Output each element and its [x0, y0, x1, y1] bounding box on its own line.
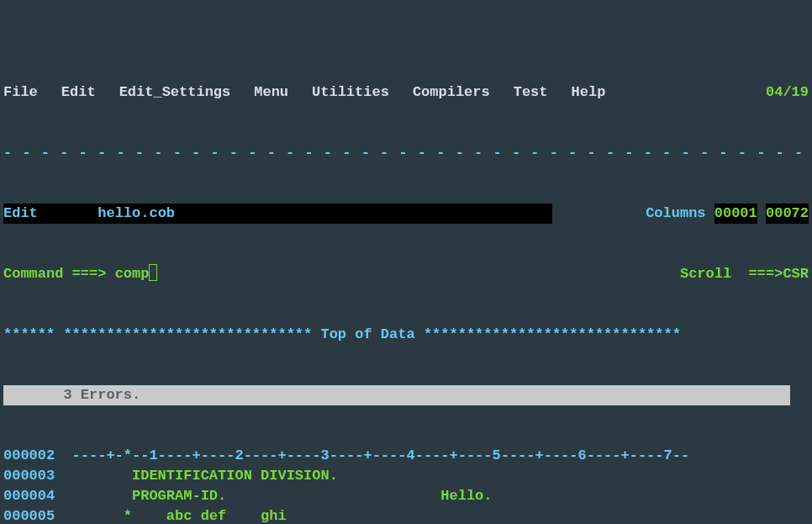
scroll-label: Scroll ===>	[680, 264, 783, 284]
menu-bar: File Edit Edit_Settings Menu Utilities C…	[3, 82, 809, 103]
line-number: 000003	[3, 466, 63, 486]
menu-edit[interactable]: Edit	[61, 82, 96, 103]
code-line[interactable]: 000005 * abc def ghi	[3, 506, 809, 524]
code-text[interactable]: * abc def ghi	[63, 508, 286, 524]
menu-help[interactable]: Help	[572, 82, 606, 103]
ruler: ----+-*--1----+----2----+----3----+----4…	[63, 447, 689, 463]
code-area[interactable]: 000002 ----+-*--1----+----2----+----3---…	[3, 446, 809, 524]
page-indicator: 04/19	[766, 82, 809, 103]
columns-label: Columns	[646, 204, 705, 224]
code-line[interactable]: 000004 PROGRAM-ID. Hello.	[3, 486, 809, 506]
command-label: Command ===>	[3, 264, 106, 284]
code-line[interactable]: 000003 IDENTIFICATION DIVISION.	[3, 466, 809, 486]
menu-menu[interactable]: Menu	[254, 82, 288, 103]
line-number: 000002	[3, 446, 63, 466]
header-row-1: Edit hello.cob Columns 00001 00072	[3, 204, 809, 224]
cursor-icon	[149, 264, 157, 281]
header-row-2: Command ===> comp Scroll ===>CSR	[3, 264, 809, 284]
menu-test[interactable]: Test	[514, 82, 548, 103]
menu-compilers[interactable]: Compilers	[413, 82, 490, 103]
menu-utilities[interactable]: Utilities	[312, 82, 389, 103]
code-text[interactable]: PROGRAM-ID. Hello.	[63, 488, 492, 504]
code-text[interactable]: IDENTIFICATION DIVISION.	[63, 468, 337, 484]
col-start: 00001	[714, 204, 757, 224]
code-line[interactable]: 000002 ----+-*--1----+----2----+----3---…	[3, 446, 809, 466]
menu-edit-settings[interactable]: Edit_Settings	[119, 82, 231, 103]
divider-line: - - - - - - - - - - - - - - - - - - - - …	[3, 143, 809, 163]
command-input[interactable]: comp	[115, 264, 150, 284]
error-summary: 3 Errors.	[3, 385, 790, 405]
menu-file[interactable]: File	[3, 82, 38, 103]
filename: hello.cob	[98, 204, 175, 224]
top-of-data: ****** ***************************** Top…	[3, 325, 809, 345]
line-number: 000004	[3, 486, 63, 506]
mode-label: Edit	[3, 204, 38, 224]
line-number: 000005	[3, 506, 63, 524]
scroll-value[interactable]: CSR	[783, 264, 809, 284]
col-end: 00072	[766, 204, 809, 224]
